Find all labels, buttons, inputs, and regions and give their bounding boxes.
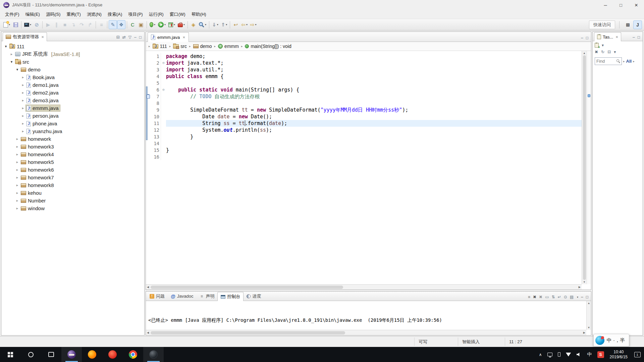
expand-arrow-icon[interactable]: ▸: [20, 106, 25, 110]
collapse-arrow-icon[interactable]: ▾: [9, 60, 14, 64]
java-app-taskbar-button[interactable]: [143, 347, 164, 362]
open-perspective-button[interactable]: ⊞: [624, 20, 632, 29]
toggle-breadcrumb-button[interactable]: ❖: [117, 20, 125, 29]
expand-arrow-icon[interactable]: ▸: [9, 52, 14, 56]
display-selected-console-icon[interactable]: ▤: [570, 295, 574, 299]
start-taskbar-button[interactable]: [0, 347, 20, 362]
view-menu-icon[interactable]: ▾: [614, 50, 616, 54]
expand-arrow-icon[interactable]: ▸: [15, 160, 20, 164]
scroll-left-icon[interactable]: ◀: [147, 286, 149, 289]
close-icon[interactable]: ✕: [615, 35, 618, 39]
run-button[interactable]: ▾: [157, 20, 167, 29]
expand-arrow-icon[interactable]: ▸: [20, 129, 25, 133]
clear-console-icon[interactable]: ▭: [545, 295, 549, 299]
breadcrumb-item-source-folder[interactable]: src: [172, 43, 188, 50]
tree-item-yuanzhu.java[interactable]: ▸yuanzhu.java: [1, 127, 144, 135]
console-tab-problems[interactable]: !问题: [147, 292, 168, 301]
previous-annotation-button[interactable]: ⇑▾: [220, 20, 229, 29]
minimize-button[interactable]: ─: [598, 0, 613, 10]
expand-arrow-icon[interactable]: ▸: [15, 152, 20, 157]
collapse-arrow-icon[interactable]: ▾: [3, 44, 8, 49]
pin-console-icon[interactable]: ⊙: [564, 295, 567, 299]
menu-edit[interactable]: 编辑(E): [22, 10, 43, 19]
scroll-down-icon[interactable]: ▼: [583, 281, 586, 284]
expand-arrow-icon[interactable]: ▸: [15, 198, 20, 203]
new-java-class-button[interactable]: C: [128, 20, 137, 29]
tree-item-demo1.java[interactable]: ▸demo1.java: [1, 81, 144, 89]
overview-ruler[interactable]: [587, 51, 591, 284]
next-annotation-button[interactable]: ⇓▾: [211, 20, 220, 29]
new-java-package-button[interactable]: ▣: [137, 20, 145, 29]
menu-search[interactable]: 搜索(A): [105, 10, 125, 19]
expand-arrow-icon[interactable]: ▸: [20, 114, 25, 118]
console-output[interactable]: <已终止> emmm [Java 应用程序] C:\Program Files\…: [146, 301, 586, 330]
debug-button[interactable]: ▾: [148, 20, 157, 29]
expand-arrow-icon[interactable]: ▸: [20, 121, 25, 126]
new-task-dropdown-icon[interactable]: ▾: [602, 43, 604, 48]
expand-arrow-icon[interactable]: ▸: [15, 144, 20, 149]
tree-item-JRE 系统库[interactable]: ▸JRE 系统库[JavaSE-1.8]: [1, 50, 144, 58]
maximize-icon[interactable]: □: [586, 36, 588, 40]
external-tools-button[interactable]: ▾: [176, 20, 186, 29]
collapse-all-icon[interactable]: ⊟: [607, 50, 611, 54]
quick-access-button[interactable]: 快速访问: [589, 20, 615, 29]
scroll-right-icon[interactable]: ▶: [583, 331, 585, 334]
step-return-button[interactable]: ↱: [86, 20, 94, 29]
console-tab-console[interactable]: 控制台: [217, 292, 244, 301]
save-button[interactable]: [11, 20, 20, 29]
minimize-icon[interactable]: –: [581, 36, 583, 40]
delete-task-icon[interactable]: ✖: [595, 50, 598, 54]
expand-arrow-icon[interactable]: ▸: [15, 137, 20, 141]
expand-arrow-icon[interactable]: ▸: [20, 75, 25, 79]
forward-button[interactable]: ⇨▾: [249, 20, 258, 29]
new-task-icon[interactable]: [595, 43, 599, 48]
chrome-taskbar-button[interactable]: [123, 347, 143, 362]
minimize-icon[interactable]: –: [134, 35, 137, 39]
code-line-6[interactable]: 6⊖ public static void main(String[] args…: [146, 86, 582, 93]
last-edit-location-button[interactable]: ↩: [231, 20, 240, 29]
editor-horizontal-scrollbar[interactable]: ◀ ▶: [146, 284, 582, 290]
search-taskbar-button[interactable]: [20, 347, 41, 362]
tree-item-homework4[interactable]: ▸homework4: [1, 150, 144, 158]
eclipse-taskbar-button[interactable]: [61, 347, 82, 362]
java-perspective-button[interactable]: J: [633, 20, 642, 29]
tree-item-demo3.java[interactable]: ▸demo3.java: [1, 97, 144, 104]
taskbar-clock[interactable]: 10:40 2019/6/15: [607, 350, 631, 360]
tree-item-window[interactable]: ▸window: [1, 204, 144, 212]
menu-file[interactable]: 文件(F): [2, 10, 22, 19]
view-menu-icon[interactable]: ▽: [128, 35, 131, 39]
console-tab-declaration[interactable]: ≡声明: [196, 292, 217, 301]
maximize-button[interactable]: □: [613, 0, 629, 10]
link-with-editor-icon[interactable]: ⇄: [122, 35, 126, 39]
collapse-all-icon[interactable]: ⊟: [116, 35, 120, 39]
coverage-button[interactable]: ▾: [167, 20, 176, 29]
collapse-arrow-icon[interactable]: ▾: [15, 67, 20, 72]
tray-volume-button[interactable]: [574, 347, 585, 362]
task-find-input[interactable]: [596, 59, 616, 64]
open-console-button[interactable]: ▾: [23, 20, 33, 29]
code-line-8[interactable]: 8: [146, 100, 582, 107]
tray-usb-button[interactable]: [555, 347, 563, 362]
remove-all-terminated-icon[interactable]: ✖: [539, 295, 542, 299]
console-tab-progress[interactable]: 进度: [244, 292, 264, 301]
tree-item-phone.java[interactable]: ▸phone.java: [1, 120, 144, 127]
menu-source[interactable]: 源码(S): [43, 10, 63, 19]
code-line-3[interactable]: 3import java.util.*;: [146, 66, 582, 73]
tray-wifi-button[interactable]: [563, 347, 574, 362]
scrollbar-thumb[interactable]: [583, 55, 586, 280]
tray-sogou-button[interactable]: S: [595, 347, 607, 362]
synchronize-icon[interactable]: ↻: [601, 50, 604, 54]
scroll-down-icon[interactable]: ▼: [588, 326, 590, 329]
ime-status-widget[interactable]: 中 ·，半: [593, 334, 629, 347]
minimize-icon[interactable]: –: [581, 295, 583, 299]
firefox-taskbar-button[interactable]: [82, 347, 102, 362]
code-line-14[interactable]: 14: [146, 140, 582, 147]
code-line-10[interactable]: 10 Date date = new Date();: [146, 113, 582, 120]
step-into-button[interactable]: ↴: [69, 20, 77, 29]
expand-arrow-icon[interactable]: ▸: [15, 191, 20, 195]
resume-button[interactable]: ▶: [44, 20, 52, 29]
code-line-15[interactable]: 15}: [146, 147, 582, 154]
code-line-9[interactable]: 9 SimpleDateFormat tt = new SimpleDateFo…: [146, 107, 582, 113]
breadcrumb-item-package[interactable]: demo: [192, 43, 213, 50]
tree-item-111[interactable]: ▾111: [1, 43, 144, 50]
